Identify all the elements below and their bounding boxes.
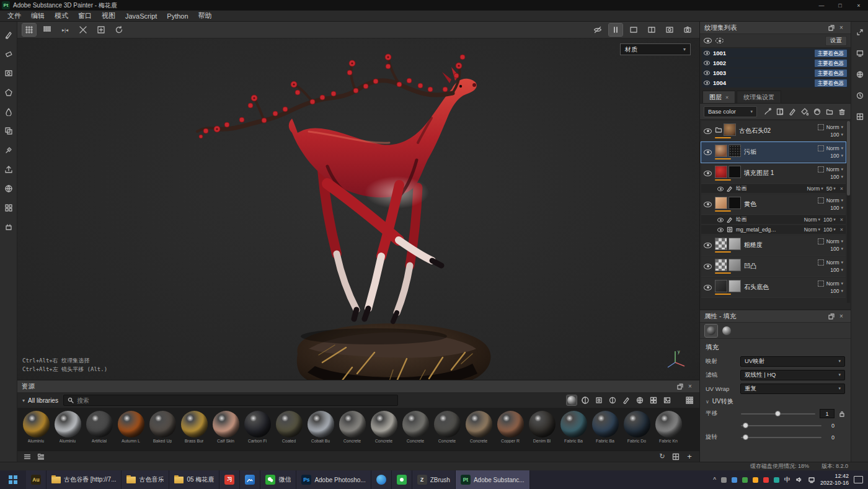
layer-row[interactable]: 填充图层 1 Norm▾ 100▾ [701,163,846,184]
rotation-slider[interactable] [741,437,822,438]
taskbar-app-zbrush[interactable]: ZZBrush [412,470,456,489]
material-item[interactable]: Calf Skin [211,411,241,451]
textures-filter-icon[interactable] [662,395,672,405]
blend-mode-select[interactable]: Norm▾ [826,238,843,244]
material-sphere[interactable] [244,411,271,437]
layer-mask-thumbnail[interactable] [728,280,741,292]
filters-filter-icon[interactable] [608,395,618,405]
effect-close-icon[interactable]: × [839,186,843,192]
float-panel-icon[interactable] [826,312,836,321]
opacity-select[interactable]: 100▾ [830,246,843,252]
effect-visibility-icon[interactable] [717,187,724,191]
texture-set-row[interactable]: 1003 主要着色器 [702,68,849,78]
effect-visibility-icon[interactable] [717,218,724,222]
float-panel-icon[interactable] [826,24,836,32]
material-sphere[interactable] [434,411,461,437]
material-sphere[interactable] [149,411,176,437]
environments-filter-icon[interactable] [635,395,645,405]
translation-x-slider[interactable] [741,413,815,415]
layer-row[interactable]: 石头底色 Norm▾ 100▾ [701,277,846,298]
material-item[interactable]: Denim Bl [527,411,557,451]
close-panel-icon[interactable]: × [836,312,846,321]
taskbar-app-photoshop[interactable]: PsAdobe Photosho... [296,470,371,489]
uv-projection-icon[interactable] [76,24,90,36]
opacity-select[interactable]: 100▾ [830,174,843,180]
effect-close-icon[interactable]: × [839,227,843,233]
material-item[interactable]: Aluminiu [53,411,82,451]
hide-ui-icon[interactable] [591,24,604,36]
translation-y-value[interactable]: 0 [826,421,835,430]
material-item[interactable]: Copper R [495,411,525,451]
menu-item[interactable]: 帮助 [193,11,217,22]
layer-thumbnail[interactable] [715,145,727,157]
material-sphere[interactable] [560,411,587,437]
taskbar-app-audition[interactable]: Au [26,470,46,489]
mask-slot-icon[interactable] [818,280,824,287]
volume-icon[interactable] [795,476,803,483]
material-sphere[interactable] [181,411,208,437]
effect-blend-select[interactable]: Norm▾ [804,227,820,233]
layer-thumbnail[interactable] [715,197,727,209]
material-item[interactable]: Fabric Ba [559,411,588,451]
material-item[interactable]: Fabric Kn [653,411,683,451]
maximize-button[interactable]: □ [831,0,849,11]
layer-visibility-icon[interactable] [704,264,712,269]
opacity-select[interactable]: 100▾ [830,153,843,159]
material-sphere[interactable] [55,411,81,437]
material-item[interactable]: Brass Bur [179,411,209,451]
material-sphere[interactable] [339,411,366,437]
taskbar-app-green[interactable] [392,470,412,489]
solo-view-icon[interactable] [627,24,640,36]
asset-searchbar[interactable] [63,395,398,406]
material-item[interactable]: Concrete [464,411,494,451]
tray-icon-1[interactable] [721,477,727,483]
split-view-icon[interactable] [645,24,658,36]
minimize-button[interactable]: — [812,0,831,11]
layer-mask-thumbnail[interactable] [728,197,741,209]
material-sphere[interactable] [23,411,50,437]
mask-slot-icon[interactable] [818,259,824,266]
smart-materials-filter-icon[interactable] [580,395,590,405]
fill-properties-icon[interactable] [720,325,733,337]
layer-effect-row[interactable]: 绘画 Norm▾ 100▾ × [701,215,846,225]
close-panel-icon[interactable]: × [836,24,846,32]
uv-transform-header[interactable]: ∨ UV转换 [700,395,851,408]
opacity-select[interactable]: 100▾ [830,288,843,294]
tray-icon-4[interactable] [753,477,758,483]
layers-scrollbar[interactable] [847,121,850,303]
material-sphere[interactable] [118,411,144,437]
material-item[interactable]: Concrete [369,411,399,451]
shader-badge[interactable]: 主要着色器 [815,79,848,87]
history-reset-icon[interactable] [112,24,126,36]
layer-effect-row[interactable]: 绘画 Norm▾ 50▾ × [701,184,846,194]
add-viewport-icon[interactable] [94,24,108,36]
float-panel-icon[interactable] [675,382,685,391]
add-effect-icon[interactable] [762,106,773,117]
menu-item[interactable]: Python [162,11,193,22]
menu-item[interactable]: 窗口 [73,11,97,22]
lock-icon[interactable] [839,411,845,417]
opacity-select[interactable]: 100▾ [830,205,843,211]
uv-wrap-select[interactable]: 重复▾ [740,384,845,394]
translation-x-value[interactable]: 1 [820,409,835,418]
libraries-dropdown[interactable]: ▾ All libraries [22,397,58,404]
tab-texture-set-settings[interactable]: 纹理集设置 [737,91,781,103]
material-sphere[interactable] [86,411,113,437]
menu-item[interactable]: 模式 [50,11,73,22]
tab-layers[interactable]: 图层 × [702,91,735,103]
history-panel-icon[interactable] [853,89,867,102]
mask-slot-icon[interactable] [818,166,824,173]
blend-mode-select[interactable]: Norm▾ [826,280,843,287]
effect-visibility-icon[interactable] [717,228,724,232]
tray-icon-5[interactable] [763,477,769,483]
material-sphere[interactable] [213,411,239,437]
view-settings-icon[interactable] [2,182,16,195]
opacity-select[interactable]: 100▾ [830,132,843,138]
layer-thumbnail[interactable] [715,280,727,292]
taskbar-app-substance-painter[interactable]: PtAdobe Substanc... [456,470,530,489]
layer-row[interactable]: 古色石头02 Norm▾ 100▾ [701,121,846,141]
material-sphere[interactable] [276,411,303,437]
channel-select[interactable]: Base color ▾ [704,106,757,117]
effect-opacity-select[interactable]: 100▾ [823,227,836,233]
add-mask-icon[interactable] [774,106,785,117]
